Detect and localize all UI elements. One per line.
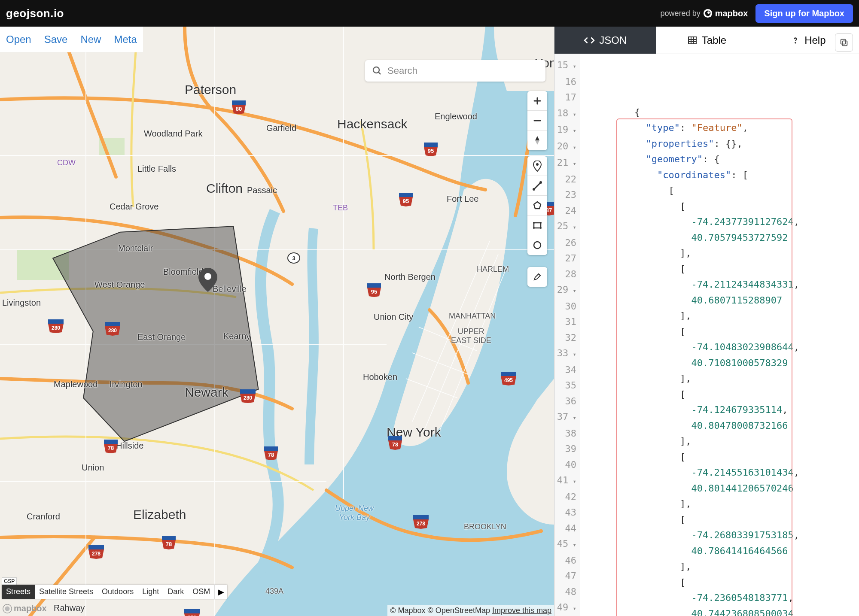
menu-new[interactable]: New	[80, 33, 101, 46]
place-label: 439A	[265, 587, 283, 596]
compass-button[interactable]	[527, 130, 547, 150]
draw-polygon-button[interactable]	[527, 196, 547, 215]
code-content[interactable]: { "type": "Feature", "properties": {}, "…	[580, 54, 859, 616]
svg-point-34	[533, 222, 535, 224]
svg-line-29	[378, 72, 381, 74]
layer-outdoors[interactable]: Outdoors	[97, 585, 138, 599]
tab-table-label: Table	[702, 34, 726, 46]
svg-point-9	[204, 273, 211, 280]
copy-icon	[839, 38, 849, 47]
menu-open[interactable]: Open	[6, 33, 31, 46]
svg-text:80: 80	[236, 106, 242, 112]
code-editor[interactable]: 15 ▾161718 ▾19 ▾20 ▾21 ▾22232425 ▾262728…	[554, 54, 859, 616]
place-label: Passaic	[247, 185, 277, 195]
svg-point-36	[533, 227, 535, 229]
place-label: Clifton	[206, 181, 243, 196]
shield-i278c: 278	[88, 544, 105, 561]
copy-button[interactable]	[835, 33, 853, 52]
draw-circle-button[interactable]	[527, 235, 547, 255]
place-label: Cedar Grove	[110, 202, 159, 212]
svg-text:495: 495	[504, 377, 513, 383]
place-label: BROOKLYN	[464, 522, 506, 531]
map-edit-controls	[527, 267, 547, 287]
shield-i278b: 278	[183, 608, 201, 616]
svg-text:278: 278	[417, 521, 425, 527]
shield-i95c: 95	[366, 282, 382, 299]
place-label: Hillside	[116, 441, 143, 451]
place-label: Little Falls	[137, 164, 176, 174]
layer-streets[interactable]: Streets	[2, 585, 35, 599]
menu-meta[interactable]: Meta	[114, 33, 137, 46]
place-label: Kearny	[223, 331, 250, 341]
draw-rectangle-button[interactable]	[527, 215, 547, 235]
svg-text:95: 95	[403, 198, 409, 204]
map-marker-pin[interactable]	[198, 268, 217, 294]
attr-osm[interactable]: © OpenStreetMap	[428, 606, 490, 615]
map[interactable]: PatersonWoodland ParkLittle FallsCedar G…	[0, 27, 554, 616]
side-panel: JSON Table Help 15 ▾161718 ▾19 ▾20 ▾21 ▾…	[554, 27, 859, 616]
shield-i95b: 95	[398, 192, 414, 209]
layer-collapse-button[interactable]: ▶	[214, 585, 227, 599]
shield-i78b: 78	[161, 535, 177, 552]
place-label: West Orange	[94, 280, 145, 290]
svg-text:280: 280	[244, 395, 252, 401]
place-label: Upper New York Bay	[335, 504, 374, 522]
table-icon	[687, 35, 698, 46]
map-search[interactable]	[365, 60, 545, 82]
app-logo: geojson.io	[6, 7, 64, 20]
place-label: MANHATTAN	[449, 312, 496, 321]
map-draw-controls	[527, 156, 547, 255]
layer-osm[interactable]: OSM	[188, 585, 214, 599]
shield-i495: 495	[500, 371, 517, 388]
menu-save[interactable]: Save	[44, 33, 68, 46]
map-nav-controls	[527, 91, 547, 150]
layer-satellite-streets[interactable]: Satellite Streets	[35, 585, 97, 599]
draw-line-button[interactable]	[527, 176, 547, 196]
place-label: Belleville	[213, 284, 247, 294]
shield-i78d: 78	[263, 446, 279, 462]
svg-point-30	[536, 163, 539, 166]
attr-mapbox[interactable]: © Mapbox	[390, 606, 425, 615]
svg-point-2	[707, 11, 710, 14]
svg-text:278: 278	[92, 551, 101, 557]
powered-by: powered by mapbox	[661, 9, 748, 18]
svg-text:78: 78	[108, 445, 114, 451]
mapbox-brand-text: mapbox	[715, 9, 748, 18]
shield-i280: 280	[47, 319, 64, 335]
zoom-out-button[interactable]	[527, 111, 547, 130]
tab-table[interactable]: Table	[656, 27, 757, 54]
code-gutter: 15 ▾161718 ▾19 ▾20 ▾21 ▾22232425 ▾262728…	[554, 54, 580, 616]
place-label: Union	[82, 463, 104, 473]
place-label: Englewood	[435, 112, 477, 121]
svg-text:78: 78	[166, 541, 172, 547]
edit-button[interactable]	[527, 267, 547, 287]
place-label: Livingston	[2, 298, 41, 308]
svg-point-46	[795, 42, 795, 42]
place-label: Bloomfield	[163, 267, 203, 277]
zoom-in-button[interactable]	[527, 91, 547, 111]
svg-point-31	[533, 188, 535, 191]
mapbox-logo-icon	[703, 9, 713, 18]
draw-point-button[interactable]	[527, 156, 547, 176]
powered-by-text: powered by	[661, 9, 701, 18]
place-label: Montclair	[118, 243, 153, 253]
place-label: Rahway	[54, 603, 85, 613]
layer-light[interactable]: Light	[138, 585, 163, 599]
layer-dark[interactable]: Dark	[163, 585, 188, 599]
menubar: Open Save New Meta	[0, 27, 143, 52]
svg-rect-41	[688, 37, 696, 44]
search-icon	[372, 66, 382, 76]
svg-point-40	[5, 606, 10, 611]
shield-i278: 278	[412, 514, 430, 531]
tab-json[interactable]: JSON	[554, 27, 656, 54]
signup-button[interactable]: Sign up for Mapbox	[755, 4, 853, 23]
place-label: Elizabeth	[133, 507, 186, 522]
attr-improve[interactable]: Improve this map	[492, 606, 551, 615]
shield-r3: 3	[287, 252, 300, 265]
search-input[interactable]	[387, 65, 539, 76]
map-attribution: © Mapbox © OpenStreetMap Improve this ma…	[387, 605, 554, 616]
shield-i78c: 78	[387, 435, 403, 452]
tab-help-label: Help	[804, 34, 825, 46]
shield-i80: 80	[231, 100, 247, 116]
place-label: Cranford	[27, 512, 60, 522]
